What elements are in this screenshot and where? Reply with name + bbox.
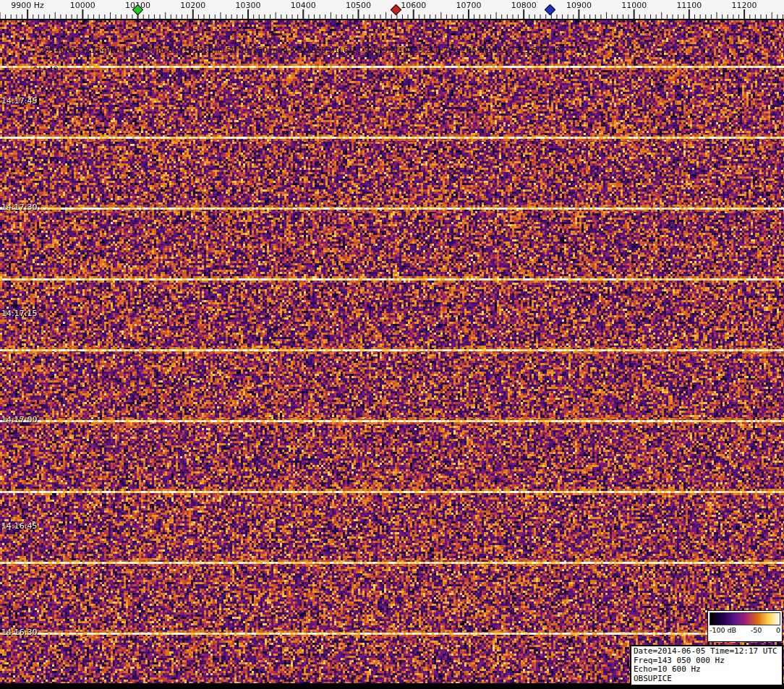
- freq-tick-label: 10000: [70, 1, 95, 10]
- freq-tick-label: 10900: [566, 1, 592, 10]
- spectrum-monitor-window: 9900 Hz100001010010200103001040010500106…: [0, 0, 784, 689]
- station-info-box: Date=2014-06-05 Time=12:17 UTCFreq=143 0…: [630, 645, 783, 686]
- event-header-text: 20140605121749904 hCnt9 nb-81 f10593 hit…: [40, 46, 566, 55]
- freq-tick-label: 10300: [236, 1, 261, 10]
- cursor-label: ^t+49: [32, 65, 59, 74]
- freq-tick-label: 10500: [346, 1, 371, 10]
- info-line: OBSUPICE: [634, 675, 780, 684]
- color-gradient-bar: [710, 612, 780, 625]
- freq-tick-label: 11000: [621, 1, 647, 10]
- time-tick-label: 14:17:00: [1, 415, 37, 424]
- spectrogram-canvas[interactable]: [0, 20, 784, 683]
- legend-mid-label: -50: [751, 626, 762, 634]
- freq-tick-label: 10200: [180, 1, 205, 10]
- time-tick-label: 14:17:30: [1, 202, 37, 212]
- freq-tick-label: 11100: [676, 1, 702, 10]
- legend-min-label: -100 dB: [710, 626, 736, 634]
- freq-tick-label: 10600: [401, 1, 426, 10]
- freq-tick-label: 10800: [511, 1, 537, 10]
- color-scale-legend: -100 dB -50 0: [707, 610, 783, 642]
- time-tick-label: 14:17:45: [1, 96, 37, 106]
- freq-tick-label: 10700: [456, 1, 481, 10]
- legend-max-label: 0: [776, 626, 780, 634]
- freq-tick-label: 11200: [732, 1, 757, 10]
- frequency-ruler[interactable]: 9900 Hz100001010010200103001040010500106…: [0, 0, 784, 20]
- time-tick-label: 14:16:45: [1, 521, 37, 531]
- time-tick-label: 14:16:30: [1, 628, 37, 637]
- freq-tick-label: 9900 Hz: [11, 1, 44, 10]
- info-line: Date=2014-06-05 Time=12:17 UTC: [634, 647, 780, 656]
- info-line: Echo=10 600 Hz: [634, 665, 780, 675]
- legend-labels: -100 dB -50 0: [708, 626, 782, 634]
- time-tick-label: 14:17:15: [1, 309, 37, 318]
- freq-tick-label: 10400: [291, 1, 316, 10]
